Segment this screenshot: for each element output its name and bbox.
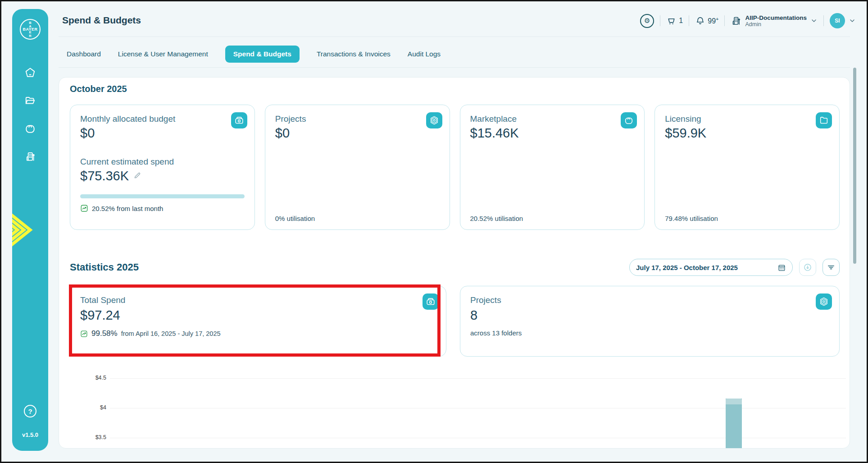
card-value: $0 [80, 126, 245, 141]
calendar-icon [777, 263, 786, 272]
card-label: Marketplace [470, 114, 635, 124]
chevron-down-icon [849, 17, 856, 24]
spend-bar-chart: $4.5 $4 $3.5 [59, 369, 850, 449]
cart-button[interactable]: 1 [666, 16, 683, 26]
trend-text: 20.52% from last month [92, 205, 163, 212]
money-icon [231, 112, 247, 128]
sidebar: BA BAYER ER [12, 9, 48, 451]
help-icon[interactable]: ? [24, 405, 36, 417]
card-label-2: Current estimated spend [80, 157, 245, 167]
tab-spend-budgets[interactable]: Spend & Budgets [225, 46, 300, 63]
cart-count: 1 [679, 17, 683, 25]
main-panel: October 2025 Monthly allocated budget $0… [59, 77, 850, 449]
projects-stat-card: Projects 8 across 13 folders [460, 286, 840, 357]
card-value: 8 [470, 308, 829, 323]
shopping-bag-icon [621, 112, 637, 128]
user-menu[interactable]: SI [830, 13, 856, 28]
avatar: SI [830, 13, 845, 28]
app-window: BA BAYER ER [0, 0, 868, 463]
total-spend-card: Total Spend $97.24 99.58% from April 16,… [70, 286, 446, 357]
cart-icon [666, 16, 677, 26]
notification-count: 99+ [708, 16, 718, 25]
y-axis-tick: $4.5 [79, 375, 106, 381]
hexagon-project-icon [426, 112, 442, 128]
trend-period: from April 16, 2025 - July 17, 2025 [121, 330, 221, 337]
tab-license-user-management[interactable]: License & User Management [118, 50, 208, 58]
tab-transactions-invoices[interactable]: Transactions & Invoices [317, 50, 391, 58]
chevron-down-icon [810, 17, 818, 24]
chart-bar[interactable] [726, 399, 742, 449]
tab-audit-logs[interactable]: Audit Logs [408, 50, 441, 58]
card-value-2: $75.36K [80, 169, 129, 183]
logo-vertical-bottom: ER [21, 31, 40, 37]
divider [724, 15, 725, 26]
credits-gear-icon[interactable]: ⚙ [640, 14, 654, 28]
tab-bar: Dashboard License & User Management Spen… [67, 45, 441, 64]
page-title: Spend & Budgets [62, 15, 141, 26]
monthly-budget-card: Monthly allocated budget $0 Current esti… [70, 105, 255, 230]
y-axis-tick: $4 [79, 404, 106, 411]
trend-up-icon [80, 204, 88, 212]
card-label: Monthly allocated budget [80, 114, 245, 124]
org-building-icon [731, 15, 741, 26]
marketplace-bag-icon[interactable] [24, 123, 36, 134]
trend-up-icon [80, 330, 88, 338]
marketplace-budget-card: Marketplace $15.46K 20.52% utilisation [460, 105, 645, 230]
card-label: Projects [275, 114, 440, 124]
statistics-title: Statistics 2025 [70, 261, 139, 273]
statistics-header: Statistics 2025 July 17, 2025 - October … [70, 258, 840, 277]
budget-cards: Monthly allocated budget $0 Current esti… [70, 105, 840, 230]
money-icon [423, 293, 439, 310]
bayer-logo: BA BAYER ER [20, 19, 41, 40]
card-value: $97.24 [80, 308, 436, 323]
hexagon-project-icon [816, 293, 832, 310]
divider [689, 15, 689, 26]
app-version: v1.5.0 [12, 431, 48, 438]
org-selector[interactable]: AIIP-Documentations Admin [731, 14, 818, 28]
card-footer: across 13 folders [470, 329, 829, 337]
card-value: $0 [275, 126, 440, 141]
projects-folder-icon[interactable] [24, 95, 36, 106]
licensing-budget-card: Licensing $59.9K 79.48% utilisation [654, 105, 840, 230]
card-label: Projects [470, 295, 829, 305]
date-range-value: July 17, 2025 - October 17, 2025 [636, 264, 738, 271]
projects-budget-card: Projects $0 0% utilisation [265, 105, 450, 230]
download-button[interactable] [799, 259, 816, 276]
vertical-scrollbar-thumb[interactable] [853, 68, 856, 264]
bell-icon [695, 16, 705, 26]
budget-section-title: October 2025 [70, 84, 127, 94]
statistics-cards: Total Spend $97.24 99.58% from April 16,… [70, 286, 840, 357]
card-footer: 20.52% utilisation [470, 215, 523, 222]
sidebar-nav [12, 67, 48, 162]
budget-progress-bar [80, 194, 245, 198]
organization-building-icon[interactable] [24, 151, 36, 162]
org-name: AIIP-Documentations [745, 14, 807, 21]
notifications-button[interactable]: 99+ [695, 16, 718, 26]
home-icon[interactable] [24, 67, 36, 78]
card-value: $59.9K [665, 126, 829, 141]
y-axis-tick: $3.5 [79, 434, 106, 440]
header-divider [59, 37, 850, 37]
card-label: Total Spend [80, 295, 436, 305]
gridline [110, 378, 846, 379]
card-value: $15.46K [470, 126, 635, 141]
card-footer: 79.48% utilisation [665, 215, 718, 222]
divider [823, 15, 824, 26]
tabs-divider [59, 67, 850, 68]
card-label: Licensing [665, 114, 829, 124]
divider [660, 15, 660, 26]
filter-button[interactable] [823, 259, 840, 276]
org-role: Admin [745, 21, 807, 28]
folder-icon [816, 112, 832, 128]
decorative-chevrons [12, 204, 38, 256]
header-actions: ⚙ 1 99+ [640, 11, 856, 30]
tab-dashboard[interactable]: Dashboard [67, 50, 101, 58]
trend-percent: 99.58% [91, 329, 118, 338]
date-range-picker[interactable]: July 17, 2025 - October 17, 2025 [629, 259, 793, 276]
card-footer: 0% utilisation [275, 215, 315, 222]
chart-bar-cap [726, 399, 742, 404]
edit-pencil-icon[interactable] [133, 171, 141, 179]
